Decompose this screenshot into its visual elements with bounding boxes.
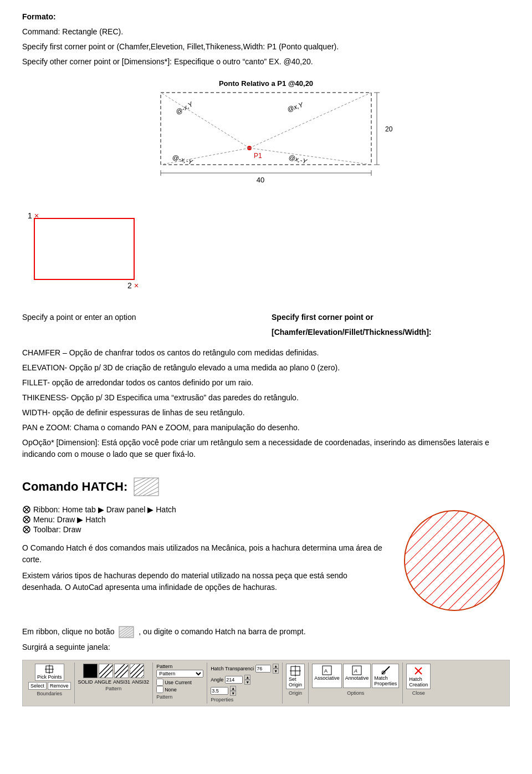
angle-label: ANGLE: [95, 679, 112, 685]
annotative-label: Annotative: [345, 675, 369, 681]
svg-line-19: [249, 148, 371, 165]
match-properties-btn[interactable]: MatchProperties: [372, 664, 399, 688]
properties-section-label: Properties: [211, 697, 279, 702]
hatch-circle-svg: [399, 505, 510, 616]
scale-input[interactable]: [211, 687, 228, 695]
angle-swatch[interactable]: [99, 664, 113, 678]
associative-btn[interactable]: A Associative: [312, 664, 342, 688]
annotative-icon: A: [352, 665, 362, 675]
top-diagram: Ponto Relativo a P1 @40,20 20 40 P1 @-x,…: [22, 76, 510, 198]
none-row: None: [156, 686, 203, 693]
select-btn[interactable]: Select: [28, 682, 47, 690]
svg-text:@x,-Y: @x,-Y: [288, 153, 308, 165]
solid-label: SOLID: [78, 679, 93, 685]
menu-bullet-icon: [22, 515, 31, 524]
close-section-label: Close: [412, 690, 425, 696]
toolbar-text: Toolbar: Draw: [33, 525, 81, 534]
angle-pattern-icon: [99, 664, 113, 678]
option-thikeness: THIKENESS- Opção p/ 3D Especifica uma “e…: [22, 392, 510, 404]
ribbon-item-ribbon: Ribbon: Home tab ▶ Draw panel ▶ Hatch: [22, 505, 382, 514]
set-origin-btn[interactable]: SetOrigin: [286, 664, 305, 689]
angle-field-label: Angle: [211, 677, 223, 683]
scale-up[interactable]: ▲: [230, 686, 236, 691]
option-elevation: ELEVATION- Opção p/ 3D de criação de ret…: [22, 362, 510, 374]
hatch-transparency-row: Hatch Transparenci ▲ ▼: [211, 664, 279, 674]
transparency-spinner[interactable]: ▲ ▼: [273, 664, 279, 674]
toolbar-bullet-icon: [22, 525, 31, 534]
transparency-up[interactable]: ▲: [273, 664, 279, 669]
scale-row: ▲ ▼: [211, 686, 279, 696]
ansi31-label: ANSI31: [113, 679, 130, 685]
use-current-checkbox[interactable]: [156, 679, 163, 686]
ansi32-swatch[interactable]: [130, 664, 144, 678]
svg-text:@-x,Y: @-x,Y: [175, 100, 195, 116]
angle-input[interactable]: [225, 676, 243, 684]
option-elevation-text: ELEVATION- Opção p/ 3D de criação de ret…: [22, 363, 340, 372]
right-title: Specify first corner point or: [272, 312, 510, 323]
format-label: Formato:: [22, 12, 56, 21]
remove-btn[interactable]: Remove: [48, 682, 71, 690]
options-section-label: Options: [347, 690, 364, 696]
svg-rect-1: [161, 93, 371, 165]
pattern-section-label: Pattern: [105, 686, 121, 691]
pattern-dropdown-section-label: Pattern: [156, 694, 203, 700]
surgira-text: Surgirá a seguinte janela:: [22, 641, 510, 653]
toolbar-pattern-section: SOLID ANGLE ANSI31 ANSI32 Pattern: [75, 663, 154, 704]
hatch-title-text: Comando HATCH:: [22, 480, 127, 494]
svg-line-16: [161, 93, 249, 148]
option-dimension-text: OpOção* [Dimension]: Está opção você pod…: [22, 438, 489, 459]
ansi32-label: ANSI32: [132, 679, 149, 685]
ribbon-text: Ribbon: Home tab ▶ Draw panel ▶ Hatch: [33, 505, 176, 514]
scale-spinner[interactable]: ▲ ▼: [230, 686, 236, 696]
none-checkbox[interactable]: [156, 686, 163, 693]
pick-points-label: Pick Points: [37, 674, 62, 680]
arrow1: ▶: [98, 505, 106, 514]
svg-rect-22: [34, 218, 134, 279]
option-width: WIDTH- opção de definir espessuras de li…: [22, 407, 510, 419]
hatch-btn-icon: [119, 626, 134, 638]
hatch-section: Comando HATCH: Ribbon: Home tab: [22, 477, 510, 706]
arrow2: ▶: [147, 505, 156, 514]
angle-up[interactable]: ▲: [244, 675, 250, 680]
svg-line-64: [130, 664, 135, 669]
two-col-section: Specify a point or enter an option Speci…: [22, 312, 510, 342]
angle-spinner[interactable]: ▲ ▼: [244, 675, 250, 685]
transparency-down[interactable]: ▼: [273, 669, 279, 674]
option-fillet-text: FILLET- opção de arredondar todos os can…: [22, 378, 253, 387]
transparency-input[interactable]: [255, 665, 271, 673]
scale-down[interactable]: ▼: [230, 691, 236, 696]
ansi31-swatch[interactable]: [114, 664, 129, 678]
toolbar-properties-section: Hatch Transparenci ▲ ▼ Angle ▲ ▼: [207, 663, 283, 704]
hatch-circle-col: [399, 505, 510, 618]
origin-section-label: Origin: [289, 690, 302, 696]
specify-line1: Specify first corner point or (Chamfer,E…: [22, 41, 510, 53]
associative-label: Associative: [314, 675, 340, 681]
pattern-swatches: [83, 664, 144, 678]
angle-down[interactable]: ▼: [244, 680, 250, 685]
ansi31-icon: [115, 664, 129, 678]
hatch-toolbar: Pick Points Select Remove Boundaries: [22, 660, 510, 706]
page-content: Formato: Command: Rectangle (REC). Speci…: [22, 11, 510, 706]
hatch-desc2: Existem vários tipos de hachuras dependo…: [22, 570, 382, 593]
option-width-text: WIDTH- opção de definir espessuras de li…: [22, 408, 245, 417]
match-properties-label: MatchProperties: [374, 675, 397, 686]
menu-text: Menu: Draw ▶ Hatch: [33, 515, 106, 524]
hatch-transparency-label: Hatch Transparenci: [211, 666, 254, 671]
hatch-icon: [133, 477, 160, 497]
ribbon-bullet-icon: [22, 505, 31, 514]
annotative-btn[interactable]: A Annotative: [343, 664, 371, 688]
solid-swatch[interactable]: [83, 664, 98, 678]
svg-line-17: [249, 93, 371, 148]
option-fillet: FILLET- opção de arredondar todos os can…: [22, 377, 510, 389]
pattern-select[interactable]: Pattern: [156, 670, 203, 678]
svg-text:1: 1: [28, 211, 32, 220]
ribbon-item-menu: Menu: Draw ▶ Hatch: [22, 515, 382, 524]
format-heading: Formato:: [22, 11, 510, 23]
svg-text:P1: P1: [254, 152, 262, 160]
hatch-title: Comando HATCH:: [22, 477, 510, 497]
command-line: Command: Rectangle (REC).: [22, 26, 510, 38]
hatch-creation-btn[interactable]: HatchCreation: [406, 664, 431, 689]
pick-points-btn[interactable]: Pick Points: [35, 664, 64, 681]
option-thikeness-text: THIKENESS- Opção p/ 3D Especifica uma “e…: [22, 393, 299, 402]
ribbon-item-toolbar: Toolbar: Draw: [22, 525, 382, 534]
